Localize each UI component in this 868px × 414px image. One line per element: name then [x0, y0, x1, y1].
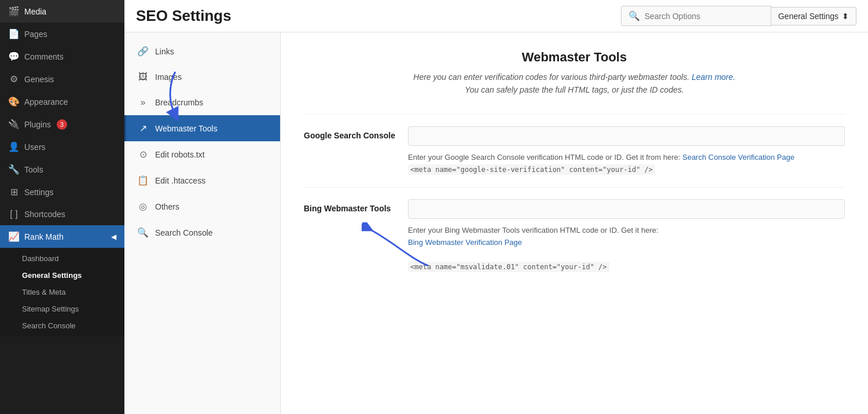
edit-robots-icon: ⊙: [137, 149, 149, 160]
shortcodes-icon: [ ]: [8, 209, 20, 219]
bing-verification-link[interactable]: Bing Webmaster Verification Page: [408, 237, 845, 249]
sidebar-item-label: Pages: [24, 30, 47, 39]
sidebar-item-label: Rank Math: [24, 232, 64, 241]
submenu-sitemap-settings[interactable]: Sitemap Settings: [0, 301, 124, 317]
dropdown-label: General Settings: [778, 12, 838, 21]
search-options-input[interactable]: [645, 12, 764, 21]
links-icon: 🔗: [137, 46, 149, 57]
sidebar-item-label: Appearance: [24, 97, 68, 107]
submenu-titles-meta[interactable]: Titles & Meta: [0, 284, 124, 301]
sub-nav: 🔗 Links 🖼 Images » Breadcrumbs ↗ Webmast…: [124, 32, 281, 414]
images-icon: 🖼: [137, 72, 149, 82]
genesis-icon: ⚙: [8, 74, 20, 85]
sidebar-item-genesis[interactable]: ⚙ Genesis: [0, 68, 124, 90]
sub-nav-edit-htaccess[interactable]: 📋 Edit .htaccess: [124, 167, 280, 193]
main-panel: Webmaster Tools Here you can enter verif…: [281, 32, 868, 414]
submenu-dashboard[interactable]: Dashboard: [0, 250, 124, 267]
bing-field-area: Enter your Bing Webmaster Tools verifica…: [408, 199, 845, 273]
breadcrumbs-icon: »: [137, 97, 149, 108]
section-title: Webmaster Tools: [304, 50, 845, 65]
sidebar-item-appearance[interactable]: 🎨 Appearance: [0, 90, 124, 113]
search-console-icon: 🔍: [137, 227, 149, 238]
users-icon: 👤: [8, 141, 20, 152]
sidebar-item-plugins[interactable]: 🔌 Plugins 3: [0, 113, 124, 135]
sidebar-item-tools[interactable]: 🔧 Tools: [0, 158, 124, 181]
sub-nav-others[interactable]: ◎ Others: [124, 193, 280, 219]
search-icon: 🔍: [628, 10, 640, 21]
sidebar-item-users[interactable]: 👤 Users: [0, 135, 124, 158]
form-row-google: Google Search Console Enter your Google …: [304, 114, 845, 188]
google-search-console-input[interactable]: [408, 126, 845, 146]
sub-nav-search-console[interactable]: 🔍 Search Console: [124, 219, 280, 246]
google-field-label: Google Search Console: [304, 126, 396, 140]
comments-icon: 💬: [8, 51, 20, 62]
sidebar-item-rank-math[interactable]: 📈 Rank Math ◀: [0, 225, 124, 248]
bing-field-label: Bing Webmaster Tools: [304, 199, 396, 213]
main-area: SEO Settings 🔍 General Settings ⬍ 🔗 Link…: [124, 0, 868, 414]
sidebar-item-pages[interactable]: 📄 Pages: [0, 23, 124, 45]
submenu-general-settings[interactable]: General Settings ←: [0, 267, 124, 284]
sidebar-item-label: Plugins: [24, 120, 51, 129]
learn-more-link[interactable]: Learn more.: [692, 72, 735, 82]
webmaster-tools-icon: ↗: [137, 123, 149, 134]
appearance-icon: 🎨: [8, 96, 20, 107]
sidebar-item-label: Users: [24, 142, 46, 152]
media-icon: 🎬: [8, 6, 20, 17]
rank-math-submenu: Dashboard General Settings ← Titles & Me…: [0, 248, 124, 336]
settings-dropdown[interactable]: General Settings ⬍: [771, 7, 856, 25]
header-right: 🔍 General Settings ⬍: [621, 6, 856, 26]
rank-math-collapse-icon: ◀: [111, 233, 116, 241]
sub-nav-breadcrumbs[interactable]: » Breadcrumbs: [124, 90, 280, 115]
sidebar-item-label: Comments: [24, 52, 64, 61]
form-row-bing: Bing Webmaster Tools Enter your Bing Web…: [304, 187, 845, 284]
google-field-area: Enter your Google Search Console verific…: [408, 126, 845, 176]
sidebar-item-label: Settings: [24, 188, 54, 197]
page-title: SEO Settings: [136, 7, 231, 25]
sub-nav-webmaster-tools[interactable]: ↗ Webmaster Tools: [124, 115, 280, 141]
bing-meta-code: <meta name="msvalidate.01" content="your…: [408, 262, 609, 272]
dropdown-chevron-icon: ⬍: [842, 12, 849, 21]
tools-icon: 🔧: [8, 164, 20, 175]
bing-field-help: Enter your Bing Webmaster Tools verifica…: [408, 225, 845, 273]
sidebar-item-label: Shortcodes: [24, 210, 65, 219]
sidebar-item-label: Media: [24, 7, 46, 16]
google-meta-code: <meta name="google-site-verification" co…: [408, 164, 655, 175]
top-header: SEO Settings 🔍 General Settings ⬍: [124, 0, 868, 32]
plugins-icon: 🔌: [8, 119, 20, 130]
rank-math-icon: 📈: [8, 231, 20, 242]
submenu-search-console[interactable]: Search Console: [0, 317, 124, 334]
settings-icon: ⊞: [8, 186, 20, 197]
sidebar-item-label: Tools: [24, 165, 43, 174]
wp-sidebar: 🎬 Media 📄 Pages 💬 Comments ⚙ Genesis 🎨 A…: [0, 0, 124, 414]
sidebar-item-settings[interactable]: ⊞ Settings: [0, 181, 124, 203]
plugins-badge: 3: [57, 119, 67, 130]
sidebar-item-label: Genesis: [24, 75, 54, 84]
pages-icon: 📄: [8, 28, 20, 39]
sub-nav-links[interactable]: 🔗 Links: [124, 38, 280, 64]
sidebar-item-media[interactable]: 🎬 Media: [0, 0, 124, 23]
search-options-box[interactable]: 🔍: [621, 6, 771, 26]
section-subtitle: Here you can enter verification codes fo…: [304, 71, 845, 97]
google-field-help: Enter your Google Search Console verific…: [408, 152, 845, 176]
bing-webmaster-tools-input[interactable]: [408, 199, 845, 219]
sub-nav-images[interactable]: 🖼 Images: [124, 64, 280, 90]
edit-htaccess-icon: 📋: [137, 175, 149, 186]
google-verification-link[interactable]: Search Console Verification Page: [682, 153, 795, 162]
sidebar-item-comments[interactable]: 💬 Comments: [0, 45, 124, 68]
sub-nav-edit-robots[interactable]: ⊙ Edit robots.txt: [124, 141, 280, 167]
content-wrapper: 🔗 Links 🖼 Images » Breadcrumbs ↗ Webmast…: [124, 32, 868, 414]
others-icon: ◎: [137, 201, 149, 212]
sidebar-item-shortcodes[interactable]: [ ] Shortcodes: [0, 203, 124, 225]
